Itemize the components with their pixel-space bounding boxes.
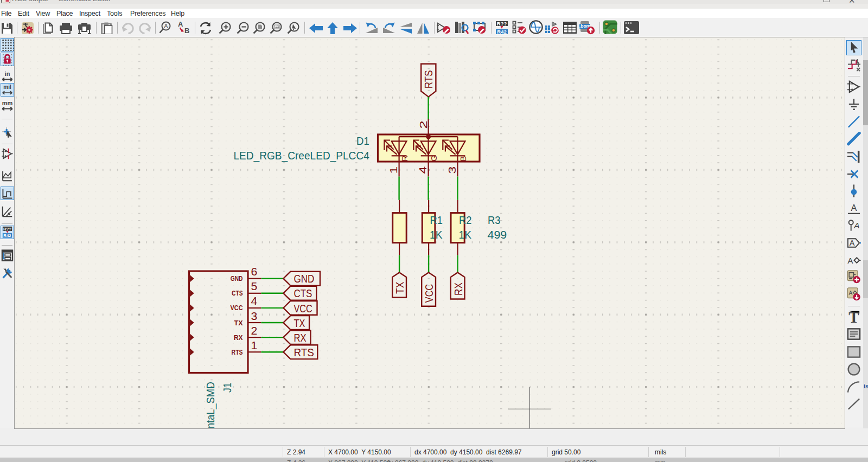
svg-text:2: 2 (418, 120, 429, 129)
svg-text:A: A (178, 21, 183, 28)
svg-text:5: 5 (251, 280, 258, 292)
svg-text:R2: R2 (459, 214, 471, 226)
svg-text:RTS: RTS (422, 70, 435, 88)
svg-text:LED_RGB_CreeLED_PLCC4: LED_RGB_CreeLED_PLCC4 (234, 150, 369, 162)
svg-text:499: 499 (488, 229, 507, 241)
svg-text:R: R (400, 156, 409, 162)
svg-text:B: B (184, 27, 189, 34)
svg-text:B: B (458, 156, 468, 161)
svg-text:in: in (5, 70, 10, 77)
svg-text:A: A (850, 239, 855, 247)
svg-text:CTS: CTS (294, 287, 312, 299)
svg-text:R1: R1 (430, 214, 443, 226)
svg-text:RX: RX (294, 331, 307, 344)
svg-text:3: 3 (446, 166, 458, 174)
svg-text:mm: mm (2, 100, 13, 106)
svg-text:R3: R3 (488, 214, 500, 226)
svg-text:R??: R?? (3, 227, 11, 232)
svg-text:RTS: RTS (294, 346, 315, 358)
svg-text:RX: RX (234, 334, 243, 342)
svg-text:4: 4 (251, 295, 258, 307)
svg-text:mil: mil (3, 84, 11, 90)
svg-text:RTS: RTS (232, 349, 243, 356)
svg-text:1: 1 (251, 339, 258, 351)
svg-text:R42: R42 (3, 233, 11, 238)
svg-text:A: A (851, 203, 857, 213)
svg-text:A: A (853, 220, 859, 229)
svg-text:D1: D1 (356, 135, 369, 147)
svg-text:R42: R42 (497, 29, 506, 35)
svg-text:ntaL_SMD: ntaL_SMD (205, 382, 217, 428)
svg-text:A: A (164, 23, 168, 29)
svg-text:GND: GND (231, 275, 243, 283)
svg-text:4: 4 (417, 166, 429, 174)
svg-text:1K: 1K (430, 229, 442, 241)
svg-text:T: T (848, 310, 859, 324)
svg-text:RX: RX (452, 283, 464, 296)
svg-text:2: 2 (251, 325, 258, 337)
svg-text:TX: TX (234, 319, 244, 327)
svg-text:CTS: CTS (232, 290, 242, 297)
svg-text:VCC: VCC (294, 302, 312, 315)
svg-text:A: A (847, 255, 853, 265)
svg-text:J1: J1 (221, 383, 233, 393)
svg-text:TX: TX (393, 281, 406, 294)
svg-text:G: G (429, 155, 438, 162)
svg-text:1: 1 (388, 166, 399, 174)
svg-text:VCC: VCC (231, 304, 243, 312)
svg-text:GND: GND (294, 272, 315, 285)
svg-text:6: 6 (251, 266, 258, 278)
svg-text:VCC: VCC (423, 284, 435, 303)
svg-text:A: A (849, 290, 853, 296)
svg-text:TX: TX (294, 317, 305, 329)
svg-text:3: 3 (251, 310, 258, 322)
svg-text:1K: 1K (459, 229, 471, 241)
svg-text:R??: R?? (497, 21, 507, 27)
